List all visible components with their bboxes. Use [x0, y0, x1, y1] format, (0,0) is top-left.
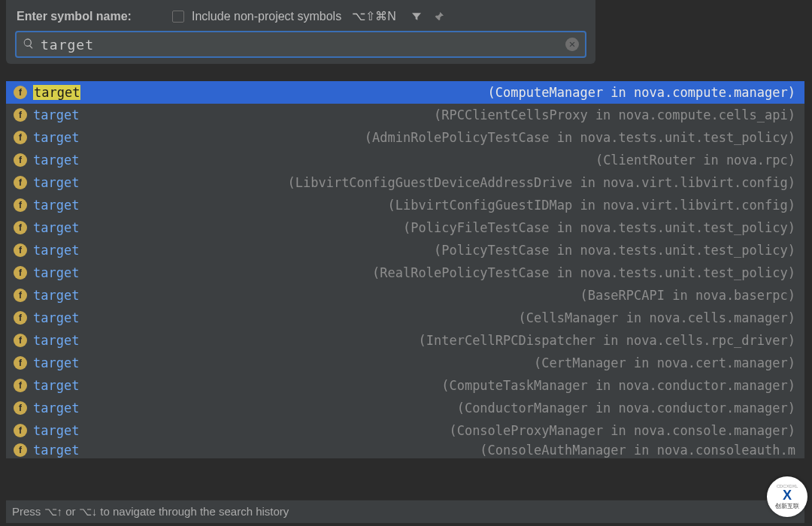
result-row[interactable]: ftarget(CellsManager in nova.cells.manag…	[6, 307, 804, 329]
field-icon: f	[14, 176, 27, 189]
footer-text: Press ⌥↑ or ⌥↓ to navigate through the s…	[12, 505, 289, 518]
search-icon	[23, 38, 35, 52]
prompt-label: Enter symbol name:	[17, 10, 132, 23]
result-location: (InterCellRPCDispatcher in nova.cells.rp…	[418, 333, 795, 348]
result-row[interactable]: ftarget(PolicyFileTestCase in nova.tests…	[6, 216, 804, 239]
result-row[interactable]: ftarget(BaseRPCAPI in nova.baserpc)	[6, 284, 804, 307]
symbol-search-popup: Enter symbol name: Include non-project s…	[6, 0, 595, 64]
result-row[interactable]: ftarget(ConsoleAuthManager in nova.conso…	[6, 442, 804, 458]
result-location: (ComputeManager in nova.compute.manager)	[488, 85, 795, 100]
result-row[interactable]: ftarget(RPCClientCellsProxy in nova.comp…	[6, 104, 804, 126]
shortcut-hint: ⌥⇧⌘N	[352, 9, 396, 23]
result-name: target	[33, 333, 79, 348]
result-location: (LibvirtConfigGuestIDMap in nova.virt.li…	[388, 198, 795, 213]
result-name: target	[33, 153, 79, 168]
clear-icon[interactable]	[565, 38, 579, 51]
field-icon: f	[14, 356, 27, 370]
result-row[interactable]: ftarget(ComputeTaskManager in nova.condu…	[6, 374, 804, 397]
result-name: target	[33, 220, 79, 235]
field-icon: f	[14, 86, 27, 99]
result-row[interactable]: ftarget(ConductorManager in nova.conduct…	[6, 397, 804, 419]
field-icon: f	[14, 401, 27, 415]
results-list: ftarget(ComputeManager in nova.compute.m…	[6, 81, 804, 458]
pin-icon[interactable]	[432, 10, 446, 23]
result-location: (ClientRouter in nova.rpc)	[595, 153, 795, 168]
field-icon: f	[14, 424, 27, 437]
result-name: target	[33, 130, 79, 145]
result-location: (CellsManager in nova.cells.manager)	[519, 310, 795, 325]
result-row[interactable]: ftarget(ConsoleProxyManager in nova.cons…	[6, 419, 804, 442]
result-location: (LibvirtConfigGuestDeviceAddressDrive in…	[287, 175, 795, 190]
result-row[interactable]: ftarget(InterCellRPCDispatcher in nova.c…	[6, 329, 804, 352]
result-row[interactable]: ftarget(PolicyTestCase in nova.tests.uni…	[6, 239, 804, 261]
result-location: (ConductorManager in nova.conductor.mana…	[457, 401, 795, 416]
field-icon: f	[14, 108, 27, 122]
result-name: target	[33, 288, 79, 303]
filter-icon[interactable]	[410, 10, 423, 23]
field-icon: f	[14, 379, 27, 392]
search-field-wrap[interactable]	[15, 31, 586, 58]
include-nonproject-label: Include non-project symbols	[192, 10, 341, 23]
result-name: target	[33, 401, 79, 416]
result-name: target	[33, 265, 79, 280]
result-row[interactable]: ftarget(ClientRouter in nova.rpc)	[6, 149, 804, 171]
result-row[interactable]: ftarget(ComputeManager in nova.compute.m…	[6, 81, 804, 104]
result-location: (RPCClientCellsProxy in nova.compute.cel…	[434, 107, 795, 122]
result-location: (ComputeTaskManager in nova.conductor.ma…	[441, 378, 795, 393]
result-location: (ConsoleProxyManager in nova.console.man…	[449, 423, 795, 438]
result-name: target	[33, 355, 79, 370]
result-row[interactable]: ftarget(AdminRolePolicyTestCase in nova.…	[6, 126, 804, 149]
result-name: target	[33, 243, 79, 258]
field-icon: f	[14, 311, 27, 325]
result-name: target	[33, 85, 80, 100]
result-name: target	[33, 175, 79, 190]
field-icon: f	[14, 198, 27, 212]
watermark-badge: CDCXDXL X 创新互联	[767, 476, 807, 517]
result-location: (AdminRolePolicyTestCase in nova.tests.u…	[365, 130, 795, 145]
result-name: target	[33, 310, 79, 325]
field-icon: f	[14, 243, 27, 257]
result-location: (PolicyTestCase in nova.tests.unit.test_…	[434, 243, 795, 258]
result-name: target	[33, 443, 79, 458]
result-location: (PolicyFileTestCase in nova.tests.unit.t…	[403, 220, 795, 235]
search-input[interactable]	[41, 37, 559, 53]
include-nonproject-checkbox[interactable]	[172, 11, 184, 23]
field-icon: f	[14, 443, 27, 457]
result-name: target	[33, 107, 79, 122]
result-row[interactable]: ftarget(LibvirtConfigGuestDeviceAddressD…	[6, 171, 804, 194]
result-location: (ConsoleAuthManager in nova.consoleauth.…	[480, 443, 795, 458]
result-location: (RealRolePolicyTestCase in nova.tests.un…	[372, 265, 795, 280]
result-name: target	[33, 198, 79, 213]
result-row[interactable]: ftarget(RealRolePolicyTestCase in nova.t…	[6, 261, 804, 284]
popup-header: Enter symbol name: Include non-project s…	[6, 6, 595, 31]
result-name: target	[33, 378, 79, 393]
result-location: (BaseRPCAPI in nova.baserpc)	[580, 288, 795, 303]
result-row[interactable]: ftarget(CertManager in nova.cert.manager…	[6, 352, 804, 374]
field-icon: f	[14, 334, 27, 347]
field-icon: f	[14, 153, 27, 167]
field-icon: f	[14, 289, 27, 302]
field-icon: f	[14, 266, 27, 280]
footer-hint: Press ⌥↑ or ⌥↓ to navigate through the s…	[6, 500, 804, 523]
result-name: target	[33, 423, 79, 438]
field-icon: f	[14, 221, 27, 234]
field-icon: f	[14, 131, 27, 144]
result-row[interactable]: ftarget(LibvirtConfigGuestIDMap in nova.…	[6, 194, 804, 216]
result-location: (CertManager in nova.cert.manager)	[534, 355, 795, 370]
